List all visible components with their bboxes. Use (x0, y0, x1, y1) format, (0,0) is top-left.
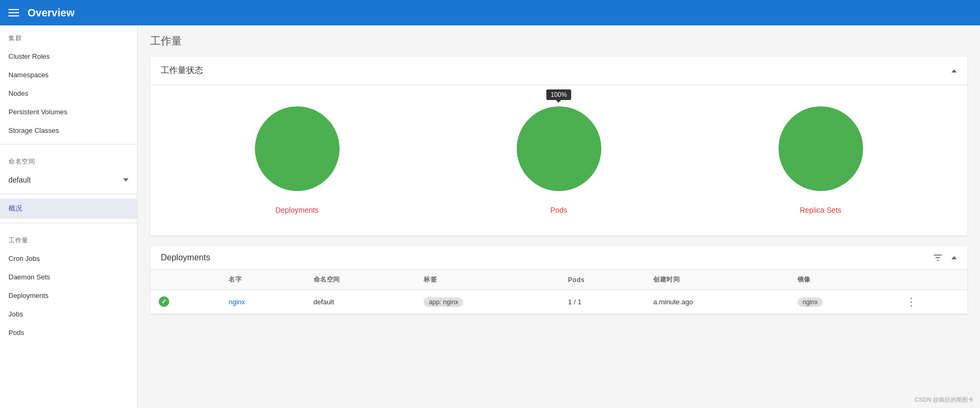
row-labels: app: nginx (415, 290, 560, 314)
collapse-icon-deployments[interactable] (951, 256, 957, 259)
dropdown-icon (123, 178, 129, 182)
chart-pods: 100% Pods (517, 106, 601, 214)
deployment-name-link[interactable]: nginx (228, 298, 245, 306)
deployments-circle[interactable] (255, 106, 340, 191)
namespace-value: default (8, 176, 31, 184)
col-status (150, 270, 220, 290)
chart-circle-replica-sets (778, 106, 863, 191)
pods-tooltip: 100% (546, 89, 571, 100)
status-ok-icon (159, 296, 169, 307)
cluster-section-label: 集群 (0, 25, 137, 47)
sidebar-item-namespaces[interactable]: Namespaces (0, 66, 137, 84)
col-created: 创建时间 (645, 270, 789, 290)
row-name: nginx (220, 290, 305, 314)
row-pods: 1 / 1 (560, 290, 645, 314)
sidebar-divider-1 (0, 144, 137, 144)
sidebar-item-deployments[interactable]: Deployments (0, 286, 137, 305)
sidebar-item-jobs[interactable]: Jobs (0, 305, 137, 323)
col-labels: 标签 (415, 270, 560, 290)
deployments-table-header: Deployments (150, 246, 967, 270)
deployments-table-title: Deployments (161, 253, 210, 262)
row-namespace: default (305, 290, 415, 314)
label-badge: app: nginx (424, 297, 463, 307)
sidebar-divider-3 (0, 223, 137, 223)
workload-section-label: 工作量 (0, 228, 137, 249)
row-status (150, 290, 220, 314)
sidebar-item-storage-classes[interactable]: Storage Classes (0, 121, 137, 140)
namespace-section-label: 命名空间 (0, 149, 137, 170)
table-row: nginx default app: nginx 1 / 1 a.minute.… (150, 290, 967, 314)
row-image: nginx (789, 290, 897, 314)
more-dots-icon[interactable]: ⋮ (906, 296, 917, 307)
deployments-label: Deployments (276, 206, 319, 214)
filter-icon[interactable] (932, 252, 943, 263)
sidebar-item-cluster-roles[interactable]: Cluster Roles (0, 47, 137, 66)
charts-row: Deployments 100% Pods Replica Sets (150, 85, 967, 235)
table-column-headers: 名字 命名空间 标签 Pods 创建时间 镜像 (150, 270, 967, 290)
col-image: 镜像 (789, 270, 897, 290)
sidebar-item-cron-jobs[interactable]: Cron Jobs (0, 249, 137, 268)
replica-sets-label: Replica Sets (800, 206, 841, 214)
row-more: ⋮ (897, 290, 967, 314)
sidebar-item-daemon-sets[interactable]: Daemon Sets (0, 268, 137, 286)
chart-circle-pods: 100% (517, 106, 601, 191)
sidebar-item-overview[interactable]: 概况 (0, 198, 137, 219)
sidebar: 集群 Cluster Roles Namespaces Nodes Persis… (0, 25, 138, 408)
deployments-card: Deployments 名字 命名空间 标签 Pods 创 (150, 246, 967, 314)
col-namespace: 命名空间 (305, 270, 415, 290)
col-actions (897, 270, 967, 290)
page-title: 工作量 (150, 34, 967, 48)
sidebar-item-persistent-volumes[interactable]: Persistent Volumes (0, 103, 137, 121)
namespace-selector[interactable]: default (0, 170, 137, 189)
sidebar-divider-2 (0, 194, 137, 194)
topbar: Overview (0, 0, 980, 25)
image-badge: nginx (798, 297, 823, 307)
collapse-icon-workload[interactable] (951, 69, 957, 72)
topbar-title: Overview (28, 7, 75, 19)
workload-status-card: 工作量状态 Deployments 100% Pods (150, 57, 967, 235)
row-created: a.minute.ago (645, 290, 789, 314)
watermark: CSDN @疯狂的斯图卡 (915, 396, 974, 404)
chart-deployments: Deployments (255, 106, 340, 214)
col-pods: Pods (560, 270, 645, 290)
col-name: 名字 (220, 270, 305, 290)
replica-sets-circle[interactable] (778, 106, 863, 191)
sidebar-item-nodes[interactable]: Nodes (0, 84, 137, 103)
layout: 集群 Cluster Roles Namespaces Nodes Persis… (0, 25, 980, 408)
workload-status-card-header: 工作量状态 (150, 57, 967, 85)
workload-status-title: 工作量状态 (161, 65, 203, 76)
chart-circle-deployments (255, 106, 340, 191)
deployments-table: 名字 命名空间 标签 Pods 创建时间 镜像 nginx default (150, 270, 967, 314)
chart-replica-sets: Replica Sets (778, 106, 863, 214)
menu-icon[interactable] (8, 9, 19, 16)
main-content: 工作量 工作量状态 Deployments 100% (138, 25, 980, 408)
pods-label: Pods (551, 206, 567, 214)
pods-circle[interactable] (517, 106, 601, 191)
table-header-actions (932, 252, 957, 263)
sidebar-item-pods[interactable]: Pods (0, 323, 137, 342)
